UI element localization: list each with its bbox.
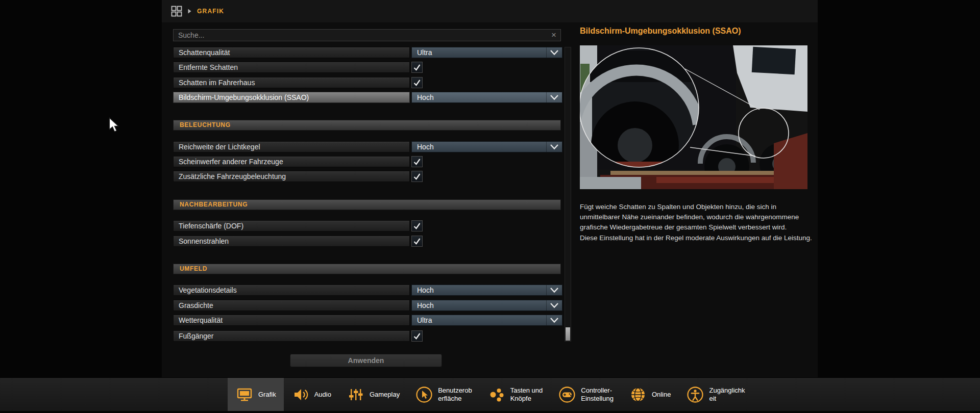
chevron-down-icon (546, 315, 562, 325)
check-icon (413, 332, 421, 340)
ssao-preview-image (580, 45, 807, 189)
monitor-icon (235, 385, 254, 404)
setting-row-entfernte-schatten: Entfernte Schatten (173, 62, 562, 73)
setting-row-vegetationsdetails: Vegetationsdetails Hoch (173, 285, 562, 296)
setting-row-schattenqualitaet: Schattenqualität Ultra (173, 47, 562, 58)
settings-tab-bar: Grafik Audio (0, 377, 980, 411)
graphics-settings-screen: GRAFIK × Schattenqualität Ultra Entfernt… (0, 0, 980, 413)
tab-label: Gameplay (370, 391, 400, 398)
setting-checkbox[interactable] (411, 156, 423, 167)
setting-select[interactable]: Hoch (411, 141, 562, 152)
setting-label: Vegetationsdetails (173, 285, 410, 296)
setting-label: Wetterqualität (173, 315, 410, 326)
setting-label: Schattenqualität (173, 47, 410, 58)
select-value: Ultra (412, 315, 546, 325)
check-icon (413, 63, 421, 71)
section-header-beleuchtung: BELEUCHTUNG (173, 120, 561, 131)
search-input[interactable] (174, 31, 547, 39)
setting-row-dof: Tiefenschärfe (DOF) (173, 220, 562, 231)
detail-title: Bildschirm-Umgebungsokklusion (SSAO) (580, 27, 741, 36)
setting-label: Scheinwerfer anderer Fahrzeuge (173, 156, 410, 167)
setting-row-fussgaenger: Fußgänger (173, 330, 562, 342)
globe-icon (629, 385, 647, 404)
setting-label: Tiefenschärfe (DOF) (173, 220, 410, 231)
setting-row-schatten-im-fahrerhaus: Schatten im Fahrerhaus (173, 77, 562, 88)
setting-select[interactable]: Hoch (411, 300, 562, 311)
select-value: Hoch (412, 300, 546, 311)
select-value: Hoch (412, 285, 546, 295)
setting-label: Reichweite der Lichtkegel (173, 141, 410, 152)
select-value: Hoch (412, 92, 546, 102)
select-value: Ultra (412, 47, 546, 58)
scrollbar-thumb[interactable] (566, 327, 570, 341)
check-icon (413, 172, 421, 180)
section-header-umfeld: UMFELD (173, 264, 561, 274)
tab-grafik[interactable]: Grafik (228, 378, 284, 411)
setting-checkbox[interactable] (411, 77, 423, 88)
setting-row-sonnenstrahlen: Sonnenstrahlen (173, 236, 562, 247)
setting-label: Sonnenstrahlen (173, 236, 410, 247)
tab-label: Controller- (581, 386, 614, 394)
apply-button[interactable]: Anwenden (290, 354, 442, 367)
select-value: Hoch (412, 142, 546, 152)
tab-label: Tasten und (510, 386, 543, 394)
breadcrumb-arrow-icon (188, 9, 191, 14)
chevron-down-icon (546, 300, 562, 311)
tab-online[interactable]: Online (621, 378, 679, 411)
tab-label: Audio (314, 391, 331, 398)
search-box[interactable]: × (173, 29, 561, 41)
tab-label: Zugänglichk (709, 386, 745, 394)
setting-row-reichweite-lichtkegel: Reichweite der Lichtkegel Hoch (173, 141, 562, 152)
setting-label: Grasdichte (173, 300, 410, 311)
setting-select[interactable]: Ultra (411, 47, 562, 58)
clear-search-icon[interactable]: × (547, 30, 560, 41)
setting-checkbox[interactable] (411, 220, 423, 231)
tab-label: Grafik (258, 391, 276, 398)
chevron-down-icon (546, 285, 562, 295)
chevron-down-icon (546, 92, 562, 102)
setting-label: Schatten im Fahrerhaus (173, 77, 410, 88)
chevron-down-icon (546, 47, 562, 58)
setting-checkbox[interactable] (411, 171, 423, 182)
setting-row-fahrzeugbeleuchtung: Zusätzliche Fahrzeugbeleuchtung (173, 171, 562, 182)
detail-performance-note: Diese Einstellung hat in der Regel moder… (580, 234, 812, 242)
check-icon (413, 158, 421, 166)
check-icon (413, 222, 421, 230)
section-header-nachbearbeitung: NACHBEARBEITUNG (173, 199, 561, 210)
setting-select[interactable]: Ultra (411, 315, 562, 326)
accessibility-icon (686, 385, 704, 404)
tab-controller-einstellung[interactable]: Controller-Einstellung (550, 378, 621, 411)
buttons-icon (487, 385, 506, 404)
setting-label: Fußgänger (173, 330, 410, 342)
setting-row-scheinwerfer: Scheinwerfer anderer Fahrzeuge (173, 156, 562, 167)
setting-select[interactable]: Hoch (411, 92, 562, 103)
setting-checkbox[interactable] (411, 330, 423, 342)
setting-label: Entfernte Schatten (173, 62, 410, 73)
check-icon (413, 79, 421, 87)
tab-zugaenglichkeit[interactable]: Zugänglichkeit (678, 378, 752, 411)
grid-icon[interactable] (171, 6, 182, 17)
breadcrumb-bar: GRAFIK (162, 0, 818, 22)
cursor-icon (415, 385, 433, 404)
detail-description: Fügt weiche Schatten zu Spalten und Obje… (580, 202, 812, 233)
setting-row-ssao: Bildschirm-Umgebungsokklusion (SSAO) Hoc… (173, 92, 562, 103)
setting-checkbox[interactable] (411, 236, 423, 247)
setting-label: Bildschirm-Umgebungsokklusion (SSAO) (173, 92, 410, 103)
tab-benutzeroberflaeche[interactable]: Benutzeroberfläche (407, 378, 480, 411)
settings-scrollbar[interactable] (565, 47, 571, 342)
tab-gameplay[interactable]: Gameplay (339, 378, 407, 411)
chevron-down-icon (546, 142, 562, 152)
mouse-cursor (108, 117, 120, 133)
tab-tasten-und-knoepfe[interactable]: Tasten undKnöpfe (480, 378, 551, 411)
setting-row-grasdichte: Grasdichte Hoch (173, 300, 562, 311)
sliders-icon (347, 385, 365, 404)
options-panel: GRAFIK × Schattenqualität Ultra Entfernt… (162, 0, 818, 377)
setting-label: Zusätzliche Fahrzeugbeleuchtung (173, 171, 410, 182)
setting-select[interactable]: Hoch (411, 285, 562, 296)
setting-checkbox[interactable] (411, 62, 423, 73)
tab-label: Benutzerob (438, 386, 472, 394)
speaker-icon (291, 385, 310, 404)
tab-label: Online (652, 391, 671, 398)
setting-row-wetterqualitaet: Wetterqualität Ultra (173, 315, 562, 326)
tab-audio[interactable]: Audio (284, 378, 339, 411)
